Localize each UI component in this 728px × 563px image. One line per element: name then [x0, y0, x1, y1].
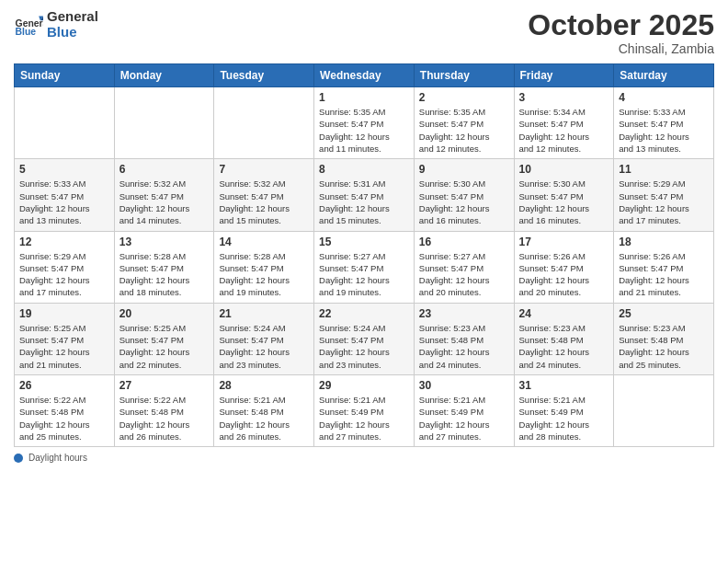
day-number: 5	[19, 163, 109, 176]
calendar-cell: 15Sunrise: 5:27 AM Sunset: 5:47 PM Dayli…	[314, 231, 415, 303]
day-number: 8	[319, 163, 409, 176]
day-info: Sunrise: 5:22 AM Sunset: 5:48 PM Dayligh…	[19, 394, 109, 442]
calendar-cell: 23Sunrise: 5:23 AM Sunset: 5:48 PM Dayli…	[414, 303, 514, 374]
day-number: 12	[19, 236, 109, 248]
calendar-cell: 13Sunrise: 5:28 AM Sunset: 5:47 PM Dayli…	[114, 231, 214, 303]
calendar-cell: 25Sunrise: 5:23 AM Sunset: 5:48 PM Dayli…	[614, 303, 714, 374]
weekday-header-sunday: Sunday	[15, 64, 115, 87]
weekday-header-monday: Monday	[114, 64, 214, 87]
day-number: 29	[319, 379, 409, 392]
weekday-header-wednesday: Wednesday	[314, 64, 415, 87]
day-number: 2	[419, 91, 509, 104]
day-info: Sunrise: 5:34 AM Sunset: 5:47 PM Dayligh…	[519, 106, 609, 155]
day-number: 7	[219, 163, 309, 176]
day-number: 23	[419, 307, 509, 320]
calendar-cell: 1Sunrise: 5:35 AM Sunset: 5:47 PM Daylig…	[314, 87, 415, 159]
day-number: 15	[319, 236, 409, 248]
calendar-cell: 3Sunrise: 5:34 AM Sunset: 5:47 PM Daylig…	[514, 87, 614, 159]
day-number: 22	[319, 307, 409, 320]
week-row-5: 26Sunrise: 5:22 AM Sunset: 5:48 PM Dayli…	[15, 374, 714, 446]
day-info: Sunrise: 5:26 AM Sunset: 5:47 PM Dayligh…	[519, 250, 609, 299]
day-number: 1	[319, 91, 409, 104]
day-info: Sunrise: 5:33 AM Sunset: 5:47 PM Dayligh…	[619, 106, 709, 155]
day-number: 30	[419, 379, 509, 392]
calendar-cell	[614, 374, 714, 446]
day-number: 19	[19, 307, 109, 320]
month-title: October 2025	[528, 9, 714, 41]
logo-blue-text: Blue	[47, 25, 98, 40]
day-number: 18	[619, 236, 709, 248]
calendar-cell: 26Sunrise: 5:22 AM Sunset: 5:48 PM Dayli…	[15, 374, 115, 446]
page: General Blue General Blue October 2025 C…	[0, 0, 728, 563]
day-info: Sunrise: 5:31 AM Sunset: 5:47 PM Dayligh…	[319, 178, 409, 226]
header-row: SundayMondayTuesdayWednesdayThursdayFrid…	[15, 64, 714, 87]
day-info: Sunrise: 5:29 AM Sunset: 5:47 PM Dayligh…	[619, 178, 709, 226]
day-number: 25	[619, 307, 709, 320]
calendar-cell: 17Sunrise: 5:26 AM Sunset: 5:47 PM Dayli…	[514, 231, 614, 303]
calendar-cell: 11Sunrise: 5:29 AM Sunset: 5:47 PM Dayli…	[614, 159, 714, 231]
day-info: Sunrise: 5:21 AM Sunset: 5:49 PM Dayligh…	[319, 394, 409, 442]
calendar-cell: 7Sunrise: 5:32 AM Sunset: 5:47 PM Daylig…	[214, 159, 314, 231]
day-info: Sunrise: 5:21 AM Sunset: 5:49 PM Dayligh…	[419, 394, 509, 442]
day-info: Sunrise: 5:22 AM Sunset: 5:48 PM Dayligh…	[119, 394, 210, 442]
day-number: 17	[519, 236, 609, 248]
day-number: 10	[519, 163, 609, 176]
day-info: Sunrise: 5:25 AM Sunset: 5:47 PM Dayligh…	[19, 322, 109, 371]
svg-text:Blue: Blue	[16, 27, 37, 37]
week-row-1: 1Sunrise: 5:35 AM Sunset: 5:47 PM Daylig…	[15, 87, 714, 159]
day-info: Sunrise: 5:35 AM Sunset: 5:47 PM Dayligh…	[419, 106, 509, 155]
day-number: 11	[619, 163, 709, 176]
header: General Blue General Blue October 2025 C…	[14, 9, 714, 56]
day-info: Sunrise: 5:29 AM Sunset: 5:47 PM Dayligh…	[19, 250, 109, 299]
calendar-cell: 14Sunrise: 5:28 AM Sunset: 5:47 PM Dayli…	[214, 231, 314, 303]
day-number: 16	[419, 236, 509, 248]
weekday-header-thursday: Thursday	[414, 64, 514, 87]
day-number: 3	[519, 91, 609, 104]
day-number: 4	[619, 91, 709, 104]
day-number: 31	[519, 379, 609, 392]
day-info: Sunrise: 5:25 AM Sunset: 5:47 PM Dayligh…	[119, 322, 210, 371]
day-number: 9	[419, 163, 509, 176]
day-number: 6	[119, 163, 210, 176]
day-info: Sunrise: 5:24 AM Sunset: 5:47 PM Dayligh…	[319, 322, 409, 371]
calendar-cell: 21Sunrise: 5:24 AM Sunset: 5:47 PM Dayli…	[214, 303, 314, 374]
calendar-cell: 29Sunrise: 5:21 AM Sunset: 5:49 PM Dayli…	[314, 374, 415, 446]
day-info: Sunrise: 5:32 AM Sunset: 5:47 PM Dayligh…	[219, 178, 309, 226]
day-info: Sunrise: 5:21 AM Sunset: 5:48 PM Dayligh…	[219, 394, 309, 442]
day-info: Sunrise: 5:33 AM Sunset: 5:47 PM Dayligh…	[19, 178, 109, 226]
calendar-cell	[214, 87, 314, 159]
day-info: Sunrise: 5:27 AM Sunset: 5:47 PM Dayligh…	[319, 250, 409, 299]
day-number: 26	[19, 379, 109, 392]
day-info: Sunrise: 5:26 AM Sunset: 5:47 PM Dayligh…	[619, 250, 709, 299]
calendar-table: SundayMondayTuesdayWednesdayThursdayFrid…	[14, 63, 714, 447]
day-number: 20	[119, 307, 210, 320]
calendar-cell: 24Sunrise: 5:23 AM Sunset: 5:48 PM Dayli…	[514, 303, 614, 374]
calendar-cell: 31Sunrise: 5:21 AM Sunset: 5:49 PM Dayli…	[514, 374, 614, 446]
calendar-cell: 8Sunrise: 5:31 AM Sunset: 5:47 PM Daylig…	[314, 159, 415, 231]
day-info: Sunrise: 5:30 AM Sunset: 5:47 PM Dayligh…	[519, 178, 609, 226]
title-block: October 2025 Chinsali, Zambia	[528, 9, 714, 56]
calendar-cell: 28Sunrise: 5:21 AM Sunset: 5:48 PM Dayli…	[214, 374, 314, 446]
day-info: Sunrise: 5:30 AM Sunset: 5:47 PM Dayligh…	[419, 178, 509, 226]
calendar-cell: 12Sunrise: 5:29 AM Sunset: 5:47 PM Dayli…	[15, 231, 115, 303]
day-number: 27	[119, 379, 210, 392]
calendar-cell: 30Sunrise: 5:21 AM Sunset: 5:49 PM Dayli…	[414, 374, 514, 446]
day-number: 21	[219, 307, 309, 320]
day-number: 13	[119, 236, 210, 248]
week-row-2: 5Sunrise: 5:33 AM Sunset: 5:47 PM Daylig…	[15, 159, 714, 231]
day-number: 28	[219, 379, 309, 392]
calendar-cell: 2Sunrise: 5:35 AM Sunset: 5:47 PM Daylig…	[414, 87, 514, 159]
calendar-cell: 5Sunrise: 5:33 AM Sunset: 5:47 PM Daylig…	[15, 159, 115, 231]
calendar-cell: 22Sunrise: 5:24 AM Sunset: 5:47 PM Dayli…	[314, 303, 415, 374]
weekday-header-friday: Friday	[514, 64, 614, 87]
location: Chinsali, Zambia	[528, 41, 714, 56]
daylight-dot	[14, 454, 23, 463]
day-info: Sunrise: 5:23 AM Sunset: 5:48 PM Dayligh…	[519, 322, 609, 371]
weekday-header-tuesday: Tuesday	[214, 64, 314, 87]
calendar-cell	[114, 87, 214, 159]
calendar-cell: 4Sunrise: 5:33 AM Sunset: 5:47 PM Daylig…	[614, 87, 714, 159]
calendar-cell	[15, 87, 115, 159]
logo-icon: General Blue	[14, 10, 43, 40]
day-info: Sunrise: 5:24 AM Sunset: 5:47 PM Dayligh…	[219, 322, 309, 371]
logo: General Blue General Blue	[14, 9, 98, 40]
